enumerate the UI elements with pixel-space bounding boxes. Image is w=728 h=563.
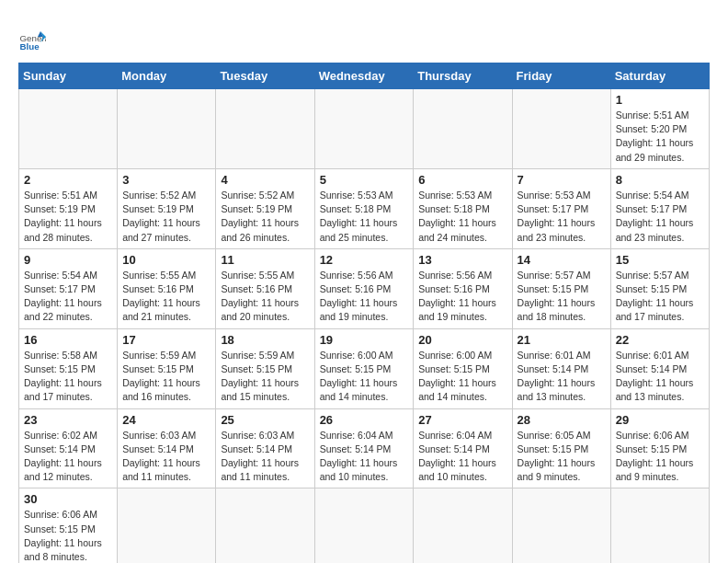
calendar-cell: 8Sunrise: 5:54 AM Sunset: 5:17 PM Daylig… (610, 168, 709, 248)
day-number: 19 (320, 333, 409, 347)
calendar-cell (414, 488, 512, 563)
day-info: Sunrise: 5:56 AM Sunset: 5:16 PM Dayligh… (418, 269, 506, 325)
day-number: 23 (24, 413, 112, 427)
calendar-cell: 15Sunrise: 5:57 AM Sunset: 5:15 PM Dayli… (610, 248, 709, 328)
day-number: 11 (221, 253, 309, 267)
day-info: Sunrise: 5:53 AM Sunset: 5:17 PM Dayligh… (518, 189, 606, 245)
calendar-cell: 3Sunrise: 5:52 AM Sunset: 5:19 PM Daylig… (118, 168, 216, 248)
day-number: 25 (221, 413, 309, 427)
day-info: Sunrise: 6:05 AM Sunset: 5:15 PM Dayligh… (518, 429, 606, 485)
calendar-cell: 17Sunrise: 5:59 AM Sunset: 5:15 PM Dayli… (118, 328, 216, 408)
day-info: Sunrise: 5:52 AM Sunset: 5:19 PM Dayligh… (122, 189, 210, 245)
day-info: Sunrise: 6:01 AM Sunset: 5:14 PM Dayligh… (616, 349, 704, 405)
col-header-monday: Monday (118, 63, 216, 89)
calendar-cell (414, 89, 512, 169)
day-number: 14 (518, 253, 606, 267)
day-number: 24 (122, 413, 210, 427)
day-number: 18 (221, 333, 309, 347)
day-number: 12 (320, 253, 409, 267)
day-number: 15 (616, 253, 704, 267)
day-info: Sunrise: 6:06 AM Sunset: 5:15 PM Dayligh… (24, 508, 112, 563)
day-info: Sunrise: 6:03 AM Sunset: 5:14 PM Dayligh… (122, 429, 210, 485)
calendar-cell (216, 89, 314, 169)
day-number: 22 (616, 333, 704, 347)
calendar-cell: 28Sunrise: 6:05 AM Sunset: 5:15 PM Dayli… (512, 408, 610, 488)
day-number: 17 (122, 333, 210, 347)
calendar-cell: 13Sunrise: 5:56 AM Sunset: 5:16 PM Dayli… (414, 248, 512, 328)
calendar-cell: 23Sunrise: 6:02 AM Sunset: 5:14 PM Dayli… (19, 408, 118, 488)
calendar-cell: 27Sunrise: 6:04 AM Sunset: 5:14 PM Dayli… (414, 408, 512, 488)
calendar-cell (610, 488, 709, 563)
calendar-cell (19, 89, 118, 169)
calendar-week-1: 1Sunrise: 5:51 AM Sunset: 5:20 PM Daylig… (19, 89, 710, 169)
day-number: 27 (418, 413, 506, 427)
day-info: Sunrise: 5:57 AM Sunset: 5:15 PM Dayligh… (518, 269, 606, 325)
day-info: Sunrise: 5:57 AM Sunset: 5:15 PM Dayligh… (616, 269, 704, 325)
col-header-saturday: Saturday (610, 63, 709, 89)
calendar-cell: 21Sunrise: 6:01 AM Sunset: 5:14 PM Dayli… (512, 328, 610, 408)
day-info: Sunrise: 5:58 AM Sunset: 5:15 PM Dayligh… (24, 349, 112, 405)
day-number: 29 (616, 413, 704, 427)
day-number: 16 (24, 333, 112, 347)
calendar-cell: 22Sunrise: 6:01 AM Sunset: 5:14 PM Dayli… (610, 328, 709, 408)
calendar-cell (512, 488, 610, 563)
day-info: Sunrise: 5:59 AM Sunset: 5:15 PM Dayligh… (221, 349, 309, 405)
day-info: Sunrise: 6:00 AM Sunset: 5:15 PM Dayligh… (320, 349, 409, 405)
calendar-week-4: 16Sunrise: 5:58 AM Sunset: 5:15 PM Dayli… (19, 328, 710, 408)
calendar-cell: 20Sunrise: 6:00 AM Sunset: 5:15 PM Dayli… (414, 328, 512, 408)
day-info: Sunrise: 6:04 AM Sunset: 5:14 PM Dayligh… (320, 429, 409, 485)
calendar-cell: 30Sunrise: 6:06 AM Sunset: 5:15 PM Dayli… (19, 488, 118, 563)
calendar-cell: 24Sunrise: 6:03 AM Sunset: 5:14 PM Dayli… (118, 408, 216, 488)
calendar-cell: 7Sunrise: 5:53 AM Sunset: 5:17 PM Daylig… (512, 168, 610, 248)
calendar-cell: 25Sunrise: 6:03 AM Sunset: 5:14 PM Dayli… (216, 408, 314, 488)
day-number: 20 (418, 333, 506, 347)
day-info: Sunrise: 5:55 AM Sunset: 5:16 PM Dayligh… (221, 269, 309, 325)
calendar-cell: 18Sunrise: 5:59 AM Sunset: 5:15 PM Dayli… (216, 328, 314, 408)
calendar-week-5: 23Sunrise: 6:02 AM Sunset: 5:14 PM Dayli… (19, 408, 710, 488)
day-info: Sunrise: 6:00 AM Sunset: 5:15 PM Dayligh… (418, 349, 506, 405)
calendar-week-2: 2Sunrise: 5:51 AM Sunset: 5:19 PM Daylig… (19, 168, 710, 248)
day-number: 8 (616, 173, 704, 187)
day-info: Sunrise: 6:02 AM Sunset: 5:14 PM Dayligh… (24, 429, 112, 485)
day-number: 6 (418, 173, 506, 187)
calendar-cell: 14Sunrise: 5:57 AM Sunset: 5:15 PM Dayli… (512, 248, 610, 328)
day-info: Sunrise: 5:53 AM Sunset: 5:18 PM Dayligh… (320, 189, 409, 245)
day-info: Sunrise: 6:01 AM Sunset: 5:14 PM Dayligh… (518, 349, 606, 405)
calendar-table: SundayMondayTuesdayWednesdayThursdayFrid… (18, 63, 710, 563)
day-number: 13 (418, 253, 506, 267)
day-number: 2 (24, 173, 112, 187)
day-info: Sunrise: 5:52 AM Sunset: 5:19 PM Dayligh… (221, 189, 309, 245)
logo-icon: General Blue (18, 26, 46, 53)
day-info: Sunrise: 5:54 AM Sunset: 5:17 PM Dayligh… (616, 189, 704, 245)
day-info: Sunrise: 5:54 AM Sunset: 5:17 PM Dayligh… (24, 269, 112, 325)
calendar-week-3: 9Sunrise: 5:54 AM Sunset: 5:17 PM Daylig… (19, 248, 710, 328)
day-number: 1 (616, 93, 704, 107)
calendar-cell (118, 89, 216, 169)
col-header-tuesday: Tuesday (216, 63, 314, 89)
day-number: 10 (122, 253, 210, 267)
day-info: Sunrise: 6:06 AM Sunset: 5:15 PM Dayligh… (616, 429, 704, 485)
calendar-cell: 6Sunrise: 5:53 AM Sunset: 5:18 PM Daylig… (414, 168, 512, 248)
day-number: 28 (518, 413, 606, 427)
calendar-cell (512, 89, 610, 169)
col-header-friday: Friday (512, 63, 610, 89)
day-info: Sunrise: 6:03 AM Sunset: 5:14 PM Dayligh… (221, 429, 309, 485)
calendar-cell: 10Sunrise: 5:55 AM Sunset: 5:16 PM Dayli… (118, 248, 216, 328)
day-info: Sunrise: 5:53 AM Sunset: 5:18 PM Dayligh… (418, 189, 506, 245)
calendar-cell (118, 488, 216, 563)
calendar-cell: 16Sunrise: 5:58 AM Sunset: 5:15 PM Dayli… (19, 328, 118, 408)
calendar-header-row: SundayMondayTuesdayWednesdayThursdayFrid… (19, 63, 710, 89)
day-info: Sunrise: 6:04 AM Sunset: 5:14 PM Dayligh… (418, 429, 506, 485)
day-number: 30 (24, 492, 112, 506)
day-info: Sunrise: 5:51 AM Sunset: 5:19 PM Dayligh… (24, 189, 112, 245)
day-info: Sunrise: 5:51 AM Sunset: 5:20 PM Dayligh… (616, 109, 704, 165)
day-info: Sunrise: 5:55 AM Sunset: 5:16 PM Dayligh… (122, 269, 210, 325)
calendar-cell: 11Sunrise: 5:55 AM Sunset: 5:16 PM Dayli… (216, 248, 314, 328)
day-number: 3 (122, 173, 210, 187)
day-number: 21 (518, 333, 606, 347)
day-number: 26 (320, 413, 409, 427)
logo: General Blue (18, 26, 46, 53)
day-info: Sunrise: 5:59 AM Sunset: 5:15 PM Dayligh… (122, 349, 210, 405)
svg-text:Blue: Blue (20, 41, 40, 52)
calendar-cell: 29Sunrise: 6:06 AM Sunset: 5:15 PM Dayli… (610, 408, 709, 488)
